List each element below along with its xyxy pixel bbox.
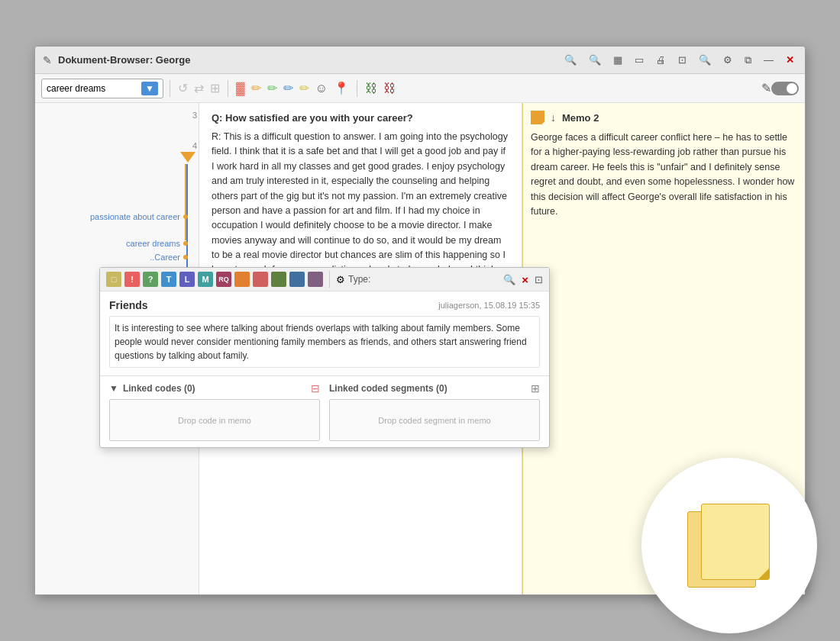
restore-btn[interactable]: ⧉: [741, 53, 754, 68]
cp-close-icon[interactable]: ×: [522, 273, 528, 286]
toggle-switch[interactable]: [771, 82, 799, 95]
memo-arrow-icon: ↓: [551, 111, 556, 124]
linked-codes-header: ▼ Linked codes (0) ⊟: [109, 382, 320, 395]
memo-page-front: [701, 504, 770, 580]
code-panel-meta: juliagerson, 15.08.19 15:35: [438, 301, 540, 310]
linked-segments-header: Linked coded segments (0) ⊞: [329, 382, 540, 395]
orange-bookmark: [180, 152, 195, 163]
linked-codes-drop-text: Drop code in memo: [178, 416, 251, 425]
line-num-4: 4: [192, 141, 197, 150]
collapse-linked-icon[interactable]: ▼: [109, 383, 118, 394]
code-passionate-label: passionate about career: [90, 212, 180, 221]
search-btn3[interactable]: 🔍: [696, 53, 714, 67]
code-passionate: passionate about career: [90, 212, 188, 221]
toolbar-separator-3: [357, 80, 357, 97]
toolbar-separator-2: [228, 80, 228, 97]
link-icon[interactable]: ⛓: [363, 80, 379, 97]
tb-question-icon[interactable]: ?: [143, 272, 158, 287]
code-panel-text[interactable]: It is interesting to see where talking a…: [109, 316, 540, 368]
search-box[interactable]: ▼: [41, 79, 163, 98]
linked-segments-drop-text: Drop coded segment in memo: [378, 416, 490, 425]
grid-btn[interactable]: ▦: [610, 53, 625, 67]
settings-btn[interactable]: ⚙: [720, 53, 735, 67]
title-bar-left: ✎ Dokument-Browser: George: [43, 54, 190, 66]
code-panel: □ ! ? T L M RQ ⚙ Type: 🔍 × ⊡ Friends jul…: [99, 267, 550, 448]
linked-codes-col: ▼ Linked codes (0) ⊟ Drop code in memo: [109, 382, 320, 441]
highlight-yellow-icon[interactable]: ✏: [298, 79, 311, 97]
tb-color4-icon[interactable]: [289, 272, 305, 287]
linked-segments-col: Linked coded segments (0) ⊞ Drop coded s…: [329, 382, 540, 441]
memo-header: ↓ Memo 2: [531, 111, 797, 124]
code-career-dreams: career dreams: [126, 239, 188, 248]
memo-stack: [687, 504, 771, 588]
tb-l-icon[interactable]: L: [179, 272, 195, 287]
code-career-dreams-label: career dreams: [126, 239, 180, 248]
code-bar-orange: [185, 164, 186, 240]
linked-segments-drop-area[interactable]: Drop coded segment in memo: [329, 399, 540, 441]
tb-color1-icon[interactable]: [234, 272, 250, 287]
highlight-orange-icon[interactable]: ✏: [250, 79, 263, 97]
code-career-label: ..Career: [150, 253, 180, 262]
linked-segments-manage-icon[interactable]: ⊞: [531, 382, 540, 395]
search-dropdown-btn[interactable]: ▼: [141, 82, 158, 95]
line-num-3: 3: [192, 111, 197, 120]
linked-codes-drop-area[interactable]: Drop code in memo: [109, 399, 320, 441]
toggle-thumb: [787, 83, 797, 94]
minimize-btn[interactable]: —: [761, 53, 777, 67]
toolbar-separator-1: [170, 80, 170, 97]
cp-settings-icon[interactable]: ⚙: [336, 274, 345, 285]
panel-btn[interactable]: ▭: [632, 53, 647, 67]
tb-rq-icon[interactable]: RQ: [216, 272, 231, 287]
code-panel-title: Friends: [109, 299, 148, 311]
linked-codes-title: Linked codes (0): [123, 383, 195, 394]
code-panel-header-row: Friends juliagerson, 15.08.19 15:35: [109, 299, 540, 311]
pencil-toggle-icon[interactable]: ✎: [761, 81, 771, 95]
expand-btn[interactable]: ⊡: [675, 53, 690, 67]
cp-type-label: Type:: [348, 274, 370, 285]
title-bar-buttons: 🔍 🔍 ▦ ▭ 🖨 ⊡ 🔍 ⚙ ⧉ — ✕: [561, 53, 797, 68]
cp-expand-icon[interactable]: ⊡: [535, 274, 543, 285]
toolbar-toggle: ✎: [761, 81, 799, 95]
memo-icon: [531, 111, 544, 124]
edit-icon: ✎: [43, 54, 52, 66]
memo-title: Memo 2: [562, 112, 599, 124]
code-career-marker: [183, 255, 188, 259]
arrows-icon[interactable]: ⇄: [192, 79, 205, 97]
window-title: Dokument-Browser: George: [58, 54, 190, 66]
tb-exclaim-icon[interactable]: !: [124, 272, 140, 287]
tb-note-icon[interactable]: □: [106, 272, 121, 287]
cp-sep1: [329, 271, 330, 288]
linked-codes-manage-icon[interactable]: ⊟: [311, 382, 320, 395]
tb-color2-icon[interactable]: [253, 272, 268, 287]
highlight-icon[interactable]: ▓: [234, 80, 247, 97]
tag-icon[interactable]: ⊞: [208, 79, 221, 97]
unlink-icon[interactable]: ⛓: [382, 80, 397, 97]
code-career-dreams-marker: [183, 241, 188, 246]
close-btn[interactable]: ✕: [783, 53, 797, 67]
tb-color5-icon[interactable]: [308, 272, 323, 287]
search-input[interactable]: [47, 83, 138, 94]
tb-t-icon[interactable]: T: [161, 272, 176, 287]
pin-icon[interactable]: 📍: [332, 79, 351, 97]
search-btn2[interactable]: 🔍: [586, 53, 604, 67]
memo-page-fold: [758, 569, 769, 579]
code-passionate-marker: [183, 214, 188, 219]
refresh-icon[interactable]: ↺: [176, 79, 189, 97]
tb-m-icon[interactable]: M: [198, 272, 213, 287]
linked-section: ▼ Linked codes (0) ⊟ Drop code in memo L…: [100, 375, 549, 447]
print-btn[interactable]: 🖨: [653, 53, 669, 67]
question-text: Q: How satisfied are you with your caree…: [212, 112, 509, 124]
memo-body: George faces a difficult career conflict…: [531, 130, 797, 219]
tb-color3-icon[interactable]: [271, 272, 286, 287]
highlight-blue-icon[interactable]: ✏: [282, 79, 295, 97]
emoji-icon[interactable]: ☺: [314, 80, 329, 97]
code-career: ..Career: [150, 253, 188, 262]
code-panel-toolbar: □ ! ? T L M RQ ⚙ Type: 🔍 × ⊡: [100, 268, 549, 292]
floating-memo-icon: [641, 458, 817, 633]
code-panel-body: Friends juliagerson, 15.08.19 15:35 It i…: [100, 292, 549, 375]
highlight-green-icon[interactable]: ✏: [266, 79, 279, 97]
toolbar: ▼ ↺ ⇄ ⊞ ▓ ✏ ✏ ✏ ✏ ☺ 📍 ⛓ ⛓ ✎: [35, 74, 805, 103]
search-btn1[interactable]: 🔍: [561, 53, 580, 67]
linked-segments-title: Linked coded segments (0): [329, 383, 447, 394]
cp-search-icon[interactable]: 🔍: [503, 274, 515, 285]
